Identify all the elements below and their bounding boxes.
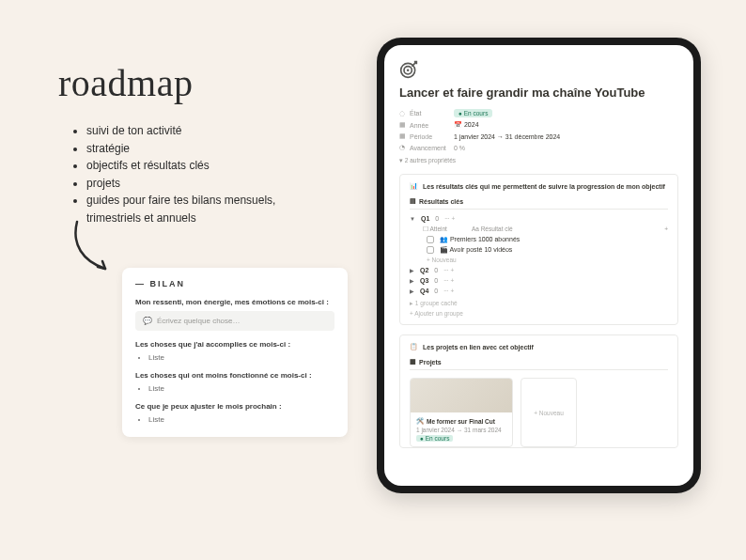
kr-row[interactable]: 👥 Premiers 1000 abonnés [427,236,668,243]
status-badge: ● En cours [416,435,453,442]
proj-heading: 📋 Les projets en lien avec cet objectif [410,343,668,350]
checkbox[interactable] [427,246,434,254]
quarter-label: Q3 [420,277,428,284]
target-icon [399,60,418,79]
bilan-q1-label: Mon ressenti, mon énergie, mes émotions … [135,298,334,306]
quarter-count: 0 [434,288,438,294]
kr-heading: 📊 Les résultats clés qui me permettent d… [410,182,668,190]
bilan-q3-list[interactable]: Liste [148,384,334,393]
prop-label: Période [410,133,432,140]
progress-icon: ◔ [399,144,407,151]
list-item: Liste [148,415,334,424]
prop-value: 📅 2024 [454,121,479,129]
feature-bullets: suivi de ton activité stratégie objectif… [73,122,293,227]
hidden-group[interactable]: ▸ 1 groupe caché [410,300,668,307]
checkbox[interactable] [427,236,434,243]
list-item: Liste [148,384,334,393]
chevron-down-icon: ▼ [410,216,415,222]
quarter-label: Q4 [420,288,428,294]
project-title: Me former sur Final Cut [427,418,495,425]
chevron-right-icon: ▶ [410,277,414,284]
more-properties[interactable]: ▾ 2 autres propriétés [399,157,678,164]
new-row[interactable]: + Nouveau [427,257,668,263]
notion-screen: Lancer et faire grandir ma chaîne YouTub… [384,45,693,486]
tab-resultats-cles[interactable]: ▤ Résultats clés [410,197,463,205]
prop-value: 1 janvier 2024 → 31 décembre 2024 [454,133,560,140]
clipboard-icon: 📋 [410,343,418,350]
quarter-count: 0 [434,277,438,284]
notion-page-title[interactable]: Lancer et faire grandir ma chaîne YouTub… [399,86,678,100]
chevron-right-icon: ▶ [410,288,414,294]
quarter-count: 0 [434,267,438,273]
bilan-q3-label: Les choses qui ont moins fonctionné ce m… [135,371,334,380]
svg-point-2 [407,70,410,72]
chevron-right-icon: ▶ [410,267,414,273]
tools-icon: 🛠️ [416,417,424,425]
bilan-card: — BILAN Mon ressenti, mon énergie, mes é… [122,268,348,437]
prop-value: 0 % [454,145,465,151]
kr-row[interactable]: 🎬 Avoir posté 10 vidéos [427,246,668,254]
quarter-label: Q2 [420,267,428,273]
project-date: 1 janvier 2024 → 31 mars 2024 [416,427,506,433]
group-q3[interactable]: ▶Q30··· + [410,277,668,284]
bilan-title: — BILAN [135,279,334,288]
add-group[interactable]: + Ajouter un groupe [410,310,668,317]
chart-icon: 📊 [410,182,418,190]
kr-columns: ☐ Atteint Aa Résultat clé + [423,226,668,233]
prop-etat[interactable]: ◌État ● En cours [399,109,678,117]
bullet-item: stratégie [86,140,293,158]
prop-label: Avancement [410,145,446,151]
key-results-block: 📊 Les résultats clés qui me permettent d… [399,174,678,325]
group-q1[interactable]: ▼ Q1 0 ··· + [410,215,668,222]
bullet-item: objectifs et résultats clés [86,157,293,175]
status-icon: ◌ [399,110,407,117]
quarter-label: Q1 [421,215,429,222]
bilan-placeholder: Écrivez quelque chose… [157,317,241,325]
bilan-q2-label: Les choses que j'ai accomplies ce mois-c… [135,340,334,349]
speech-icon: 💬 [143,317,152,325]
tablet-frame: Lancer et faire grandir ma chaîne YouTub… [377,38,701,493]
prop-avancement[interactable]: ◔Avancement 0 % [399,144,678,151]
group-q4[interactable]: ▶Q40··· + [410,288,668,294]
bullet-item: suivi de ton activité [86,122,293,140]
calendar-icon: ▦ [399,121,407,129]
add-row[interactable]: ··· + [444,215,455,222]
bilan-q4-label: Ce que je peux ajuster le mois prochain … [135,402,334,411]
prop-label: État [410,110,421,117]
page-heading: roadmap [58,61,193,105]
bilan-q4-list[interactable]: Liste [148,415,334,424]
bilan-q2-list[interactable]: Liste [148,353,334,362]
status-badge: ● En cours [454,109,492,117]
projects-block: 📋 Les projets en lien avec cet objectif … [399,334,678,448]
bullet-item: projets [86,175,293,193]
list-item: Liste [148,353,334,362]
prop-label: Année [410,122,428,129]
project-card[interactable]: 🛠️Me former sur Final Cut 1 janvier 2024… [410,378,513,447]
project-cover [411,379,512,412]
calendar-icon: ▦ [399,132,407,140]
arrow-icon [66,216,122,282]
quarter-count: 0 [435,215,439,222]
prop-periode[interactable]: ▦Période 1 janvier 2024 → 31 décembre 20… [399,132,678,140]
prop-annee[interactable]: ▦Année 📅 2024 [399,121,678,129]
new-project-card[interactable]: + Nouveau [521,378,577,447]
group-q2[interactable]: ▶Q20··· + [410,267,668,273]
tab-projets[interactable]: ▦ Projets [410,358,442,366]
bilan-q1-input[interactable]: 💬 Écrivez quelque chose… [135,311,334,331]
